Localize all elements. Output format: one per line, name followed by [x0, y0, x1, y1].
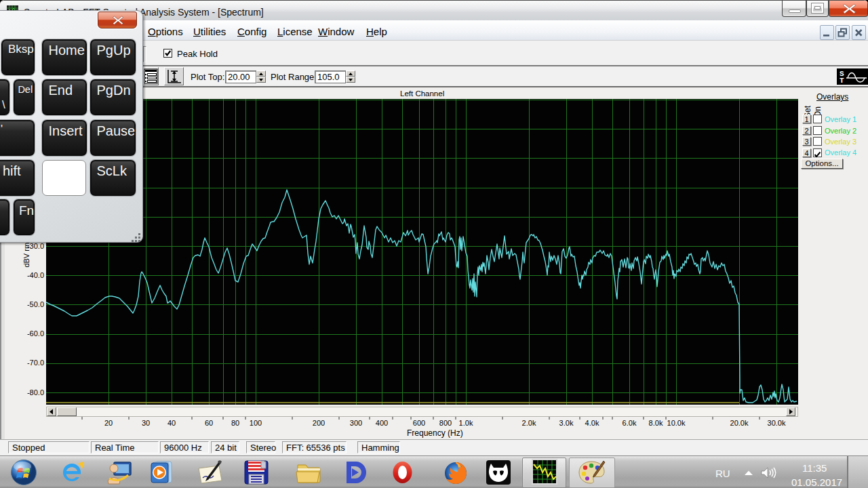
- svg-text:T: T: [840, 77, 844, 85]
